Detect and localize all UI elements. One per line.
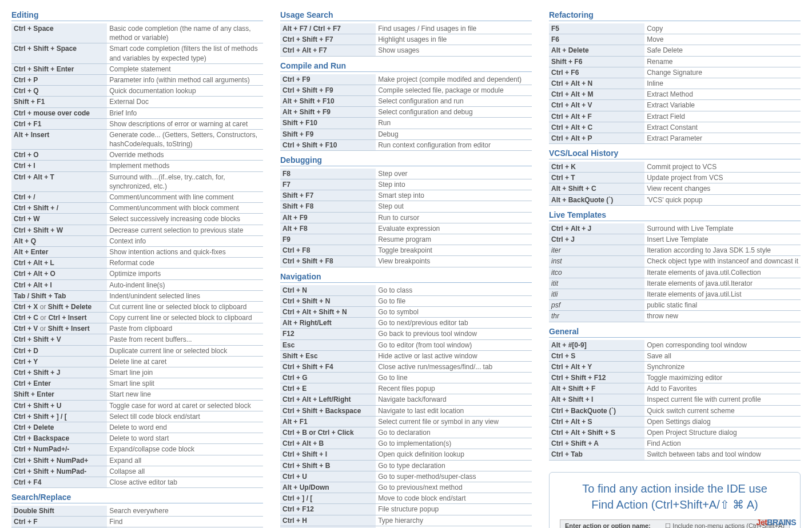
- shortcut-desc: Insert Live Template: [644, 234, 801, 245]
- shortcut-key: Ctrl + Shift + B: [280, 460, 376, 471]
- shortcut-key: Ctrl + Space: [11, 23, 107, 43]
- table-row: Ctrl + Shift + F4Close active run/messag…: [280, 361, 532, 372]
- shortcut-desc: Go to editor (from tool window): [376, 339, 532, 350]
- shortcut-desc: Step over: [376, 169, 532, 179]
- table-row: Ctrl + Alt + NInline: [549, 78, 801, 89]
- table-row: Alt + Shift + F10Select configuration an…: [280, 95, 532, 106]
- table-row: Ctrl + QQuick documentation lookup: [11, 86, 263, 97]
- shortcut-key: Alt + F8: [280, 223, 376, 234]
- shortcut-desc: Recent files popup: [376, 383, 532, 394]
- shortcut-desc: Go to implementation(s): [376, 438, 532, 449]
- shortcut-key: Ctrl + X or Shift + Delete: [11, 301, 107, 312]
- table-row: Ctrl + F1Show descriptions of error or w…: [11, 118, 263, 129]
- shortcut-key: Ctrl + Alt + Shift + N: [280, 306, 376, 317]
- shortcut-desc: Delete to word end: [107, 422, 263, 433]
- table-row: Alt + Right/LeftGo to next/previous edit…: [280, 318, 532, 329]
- table-row: Ctrl + Alt + BGo to implementation(s): [280, 438, 532, 449]
- shortcut-desc: Go to next/previous editor tab: [376, 318, 532, 329]
- table-row: ititIterate elements of java.util.Iterat…: [549, 278, 801, 289]
- shortcut-key: Ctrl + Backspace: [11, 433, 107, 444]
- shortcut-key: F8: [280, 169, 376, 179]
- table-row: Ctrl + UGo to super-method/super-class: [280, 471, 532, 482]
- shortcut-desc: Basic code completion (the name of any c…: [107, 23, 263, 43]
- shortcut-key: Ctrl + Shift + F7: [280, 34, 376, 45]
- find-action-popup: Enter action or option name: ☐ Include n…: [560, 519, 790, 528]
- shortcut-key: Ctrl + U: [280, 471, 376, 482]
- shortcut-key: Ctrl + C or Ctrl + Insert: [11, 313, 107, 323]
- table-row: Ctrl + KCommit project to VCS: [549, 162, 801, 173]
- shortcut-key: Ctrl + Alt + C: [549, 122, 644, 133]
- live-table: Ctrl + Alt + JSurround with Live Templat…: [549, 223, 801, 322]
- shortcut-desc: Select till code block end/start: [107, 411, 263, 422]
- shortcut-desc: Extract Method: [644, 89, 801, 100]
- shortcut-desc: 'VCS' quick popup: [644, 194, 801, 205]
- shortcut-desc: Smart line split: [107, 378, 263, 389]
- shortcut-key: Ctrl + W: [11, 214, 107, 225]
- shortcut-key: Ctrl + Alt + P: [549, 133, 644, 143]
- table-row: Ctrl + Alt + F7Show usages: [280, 45, 532, 56]
- table-row: Ctrl + Alt + Left/RightNavigate back/for…: [280, 394, 532, 405]
- table-row: Ctrl + Shift + ] / [Select till code blo…: [11, 411, 263, 422]
- shortcut-desc: Quick documentation lookup: [107, 86, 263, 97]
- shortcut-desc: Delete to word start: [107, 433, 263, 444]
- shortcut-desc: Change Signature: [644, 67, 801, 78]
- table-row: itliIterate elements of java.util.List: [549, 289, 801, 299]
- shortcut-key: psf: [549, 300, 644, 311]
- shortcut-key: Alt + Insert: [11, 129, 107, 149]
- table-row: Ctrl + Shift + HMethod hierarchy: [280, 526, 532, 528]
- table-row: Ctrl + Shift + /Comment/uncomment with b…: [11, 203, 263, 214]
- shortcut-key: Ctrl + Delete: [11, 422, 107, 433]
- shortcut-desc: Copy: [644, 23, 801, 34]
- shortcut-desc: Comment/uncomment with line comment: [107, 192, 263, 203]
- shortcut-desc: Navigate to last edit location: [376, 405, 532, 416]
- shortcut-desc: Context info: [107, 235, 263, 246]
- table-row: Ctrl + ] / [Move to code block end/start: [280, 493, 532, 504]
- shortcut-key: Ctrl + G: [280, 373, 376, 383]
- table-row: Ctrl + Shift + IOpen quick definition lo…: [280, 449, 532, 460]
- shortcut-desc: Surround with…(if..else, try..catch, for…: [107, 171, 263, 191]
- shortcut-key: itli: [549, 289, 644, 299]
- table-row: Ctrl + Alt + OOptimize imports: [11, 269, 263, 279]
- table-row: Ctrl + SpaceBasic code completion (the n…: [11, 23, 263, 43]
- shortcut-desc: Move: [644, 34, 801, 45]
- shortcut-desc: Open corresponding tool window: [644, 340, 801, 351]
- table-row: Shift + F7Smart step into: [280, 190, 532, 201]
- table-row: Alt + Shift + F9Select configuration and…: [280, 107, 532, 118]
- table-row: Ctrl + DeleteDelete to word end: [11, 422, 263, 433]
- shortcut-key: Ctrl + Shift + F8: [280, 256, 376, 267]
- shortcut-key: Ctrl + F12: [280, 504, 376, 515]
- table-row: Shift + F8Step out: [280, 201, 532, 212]
- table-row: Ctrl + V or Shift + InsertPaste from cli…: [11, 323, 263, 334]
- shortcut-key: Shift + Esc: [280, 350, 376, 361]
- table-row: Ctrl + F9Make project (compile modifed a…: [280, 74, 532, 85]
- shortcut-key: Ctrl + Shift + H: [280, 526, 376, 528]
- table-row: Shift + F9Debug: [280, 129, 532, 139]
- shortcut-desc: Surround with Live Template: [644, 223, 801, 234]
- shortcut-key: Ctrl + F6: [549, 67, 644, 78]
- nav-table: Ctrl + NGo to classCtrl + Shift + NGo to…: [280, 285, 532, 528]
- shortcut-key: Ctrl + Shift + I: [280, 449, 376, 460]
- shortcut-key: Shift + F7: [280, 190, 376, 201]
- shortcut-key: Ctrl + D: [11, 345, 107, 356]
- shortcut-desc: Toggle maximizing editor: [644, 373, 801, 383]
- shortcut-key: Alt + Q: [11, 235, 107, 246]
- shortcut-key: Ctrl + F4: [11, 477, 107, 487]
- shortcut-desc: Comment/uncomment with block comment: [107, 203, 263, 214]
- compile-title: Compile and Run: [280, 61, 532, 72]
- shortcut-desc: Cut current line or selected block to cl…: [107, 301, 263, 312]
- editing-title: Editing: [11, 10, 263, 21]
- shortcut-desc: Extract Constant: [644, 122, 801, 133]
- shortcut-key: Ctrl + /: [11, 192, 107, 203]
- live-title: Live Templates: [549, 210, 801, 221]
- usage-title: Usage Search: [280, 10, 532, 21]
- column-3: Refactoring F5CopyF6MoveAlt + DeleteSafe…: [549, 6, 801, 528]
- table-row: Ctrl + F6Change Signature: [549, 67, 801, 78]
- shortcut-key: F5: [549, 23, 644, 34]
- shortcut-desc: Run to cursor: [376, 212, 532, 223]
- shortcut-key: F7: [280, 179, 376, 190]
- shortcut-desc: Auto-indent line(s): [107, 279, 263, 290]
- shortcut-key: Alt + Shift + I: [549, 394, 644, 405]
- shortcut-key: Ctrl + Alt + V: [549, 100, 644, 111]
- shortcut-key: Ctrl + P: [11, 74, 107, 85]
- shortcut-key: inst: [549, 256, 644, 267]
